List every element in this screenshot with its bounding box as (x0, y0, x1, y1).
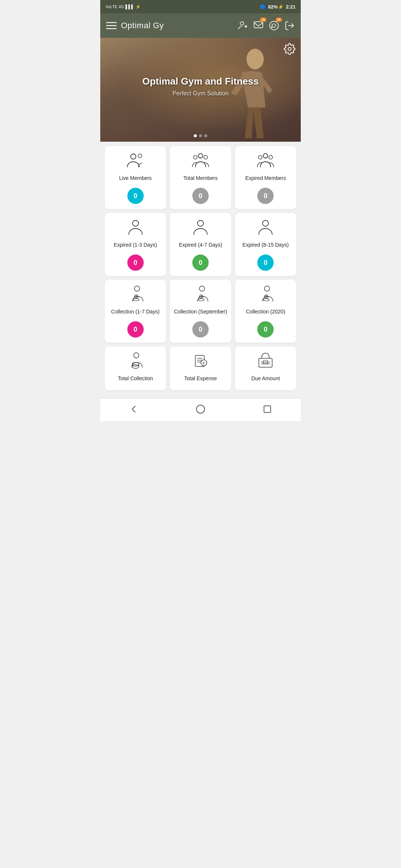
settings-button[interactable] (284, 43, 296, 55)
card-total-expense[interactable]: ₹ Total Expense (170, 346, 231, 390)
svg-point-12 (138, 154, 142, 158)
collection-2020-icon (256, 286, 275, 302)
recent-button[interactable] (258, 402, 277, 416)
hero-title: Optimal Gym and Fitness (142, 75, 259, 88)
home-button[interactable] (191, 402, 210, 416)
svg-point-19 (133, 220, 138, 226)
live-members-label: Live Members (119, 171, 152, 185)
svg-point-16 (263, 154, 268, 158)
logout-button[interactable] (284, 20, 295, 31)
menu-button[interactable] (106, 20, 117, 31)
add-member-button[interactable] (238, 20, 248, 31)
app-title: Optimal Gy (121, 21, 233, 30)
hero-dot-1 (194, 134, 197, 137)
collection-1-7-icon (126, 286, 145, 302)
expired-members-value: 0 (257, 188, 274, 204)
hero-text: Optimal Gym and Fitness Perfect Gym Solu… (142, 75, 259, 104)
collection-2020-label: Collection (2020) (246, 305, 285, 318)
svg-rect-40 (259, 358, 272, 367)
total-expense-icon: ₹ (191, 352, 210, 369)
collection-sep-value: 0 (192, 321, 209, 338)
svg-point-44 (196, 405, 205, 413)
whatsapp-badge: 1k (276, 17, 282, 22)
usb-icon: ⚡ (136, 4, 141, 9)
card-live-members[interactable]: Live Members 0 (105, 146, 166, 209)
svg-point-31 (134, 353, 139, 358)
signal-icon: ▌▌▌ (125, 4, 134, 9)
hero-pagination (194, 134, 207, 137)
expired-8-15-icon (256, 219, 275, 235)
total-members-value: 0 (192, 188, 209, 204)
collection-sep-icon (191, 286, 210, 302)
hero-subtitle: Perfect Gym Solution (142, 90, 259, 97)
status-left: VoLTE 4G ▌▌▌ ⚡ (105, 4, 141, 9)
svg-point-9 (247, 49, 264, 69)
expired-8-15-value: 0 (257, 254, 274, 271)
card-expired-1-3[interactable]: Expired (1-3 Days) 0 (105, 213, 166, 276)
svg-point-18 (269, 155, 273, 159)
svg-point-25 (199, 286, 205, 291)
cards-row-1: Live Members 0 Total Members 0 (105, 146, 296, 209)
svg-point-24 (133, 299, 139, 301)
svg-text:₹: ₹ (202, 361, 205, 365)
due-amount-label: Due Amount (251, 372, 280, 385)
svg-point-20 (198, 220, 203, 226)
total-members-icon (191, 152, 210, 168)
svg-rect-45 (264, 406, 271, 412)
battery-label: 82%⚡ (268, 4, 284, 10)
expired-8-15-label: Expired (8-15 Days) (242, 238, 289, 251)
card-collection-sep[interactable]: Collection (September) 0 (170, 280, 231, 343)
bluetooth-icon: 🔵 (260, 4, 266, 10)
volte-label: VoLTE 4G (105, 4, 124, 9)
svg-point-14 (193, 155, 197, 159)
svg-point-22 (134, 286, 140, 291)
expired-1-3-icon (126, 219, 145, 235)
card-expired-8-15[interactable]: Expired (8-15 Days) 0 (235, 213, 296, 276)
expired-4-7-value: 0 (192, 254, 209, 271)
hero-dot-3 (204, 134, 207, 137)
total-members-label: Total Members (183, 171, 218, 185)
bottom-nav (100, 398, 301, 421)
back-button[interactable] (124, 402, 143, 416)
card-collection-1-7[interactable]: Collection (1-7 Days) 0 (105, 280, 166, 343)
whatsapp-button[interactable]: 1k (269, 20, 279, 31)
svg-point-30 (263, 299, 269, 301)
card-expired-4-7[interactable]: Expired (4-7 Days) 0 (170, 213, 231, 276)
svg-point-13 (198, 154, 203, 158)
card-expired-members[interactable]: Expired Members 0 (235, 146, 296, 209)
expired-members-label: Expired Members (245, 171, 286, 185)
expired-4-7-label: Expired (4-7 Days) (179, 238, 222, 251)
chat-button[interactable]: 1k (253, 20, 264, 31)
svg-point-7 (270, 21, 278, 30)
cards-row-4: Total Collection ₹ Total Expense (105, 346, 296, 390)
hero-dot-2 (199, 134, 202, 137)
status-bar: VoLTE 4G ▌▌▌ ⚡ 🔵 82%⚡ 2:21 (100, 0, 301, 13)
svg-point-28 (264, 286, 270, 291)
svg-point-3 (240, 22, 244, 25)
svg-point-21 (263, 220, 268, 226)
hero-banner: Optimal Gym and Fitness Perfect Gym Solu… (100, 38, 301, 142)
expired-1-3-value: 0 (127, 254, 144, 271)
time-label: 2:21 (286, 4, 296, 10)
header-actions: 1k 1k (238, 20, 295, 31)
card-total-members[interactable]: Total Members 0 (170, 146, 231, 209)
header: Optimal Gy 1k 1k (100, 13, 301, 38)
svg-rect-2 (106, 28, 117, 29)
cards-row-2: Expired (1-3 Days) 0 Expired (4-7 Days) … (105, 213, 296, 276)
card-total-collection[interactable]: Total Collection (105, 346, 166, 390)
svg-point-15 (204, 155, 208, 159)
cards-row-3: Collection (1-7 Days) 0 Collection (Sept… (105, 280, 296, 343)
total-collection-label: Total Collection (118, 372, 153, 385)
svg-rect-1 (106, 25, 117, 26)
svg-point-33 (132, 365, 139, 368)
card-due-amount[interactable]: Due Amount (235, 346, 296, 390)
svg-point-17 (258, 155, 262, 159)
svg-point-10 (288, 47, 291, 50)
expired-members-icon (256, 152, 275, 168)
due-amount-icon (256, 352, 275, 369)
expired-1-3-label: Expired (1-3 Days) (114, 238, 157, 251)
collection-sep-label: Collection (September) (174, 305, 227, 318)
live-members-value: 0 (127, 188, 144, 204)
collection-1-7-value: 0 (127, 321, 144, 338)
card-collection-2020[interactable]: Collection (2020) 0 (235, 280, 296, 343)
